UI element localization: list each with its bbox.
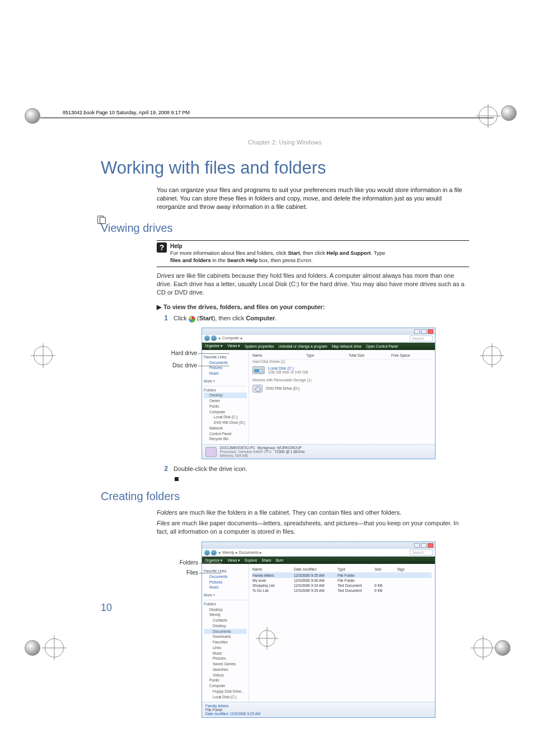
intro-paragraph: You can organize your files and programs… — [157, 186, 469, 212]
toolbar-controlpanel[interactable]: Open Control Panel — [366, 344, 398, 348]
list-item[interactable]: To Do List 12/3/2006 9:25 AM Text Docume… — [252, 588, 432, 593]
disc-drive-item[interactable]: DVD RW Drive (D:) — [252, 383, 432, 394]
step-number-1: 1 — [161, 314, 168, 323]
breadcrumb[interactable]: ▸ Wendy ▸ Documents ▸ — [219, 550, 262, 555]
help-icon: ? — [157, 242, 167, 253]
forward-button[interactable] — [211, 550, 217, 556]
tree-computer[interactable]: Computer — [204, 409, 247, 415]
back-button[interactable] — [204, 335, 210, 341]
window-titlebar — [202, 542, 435, 549]
nav-pane: Favorite Links Documents Pictures Music … — [202, 564, 249, 702]
toolbar-views[interactable]: Views ▾ — [227, 558, 240, 563]
content-pane: Name Type Total Size Free Space Hard Dis… — [249, 350, 435, 444]
nav-pane: Favorite Links Documents Pictures Music … — [202, 350, 249, 444]
address-bar-row: ▸ Wendy ▸ Documents ▸ Search — [202, 549, 435, 557]
toolbar: Organize ▾ Views ▾ System properties Uni… — [202, 343, 435, 350]
procedure-heading: ▶To view the drives, folders, and files … — [157, 304, 469, 311]
toolbar-explore[interactable]: Explore — [245, 558, 257, 562]
registration-ring-br — [495, 640, 510, 656]
hard-drive-item[interactable]: Local Disk (C:) 100 GB free of 149 GB — [252, 365, 432, 376]
registration-ring-tr — [501, 105, 517, 121]
computer-window-screenshot: Hard drive Disc drive ▸ Computer ▸ Se — [202, 328, 469, 459]
dvd-drive-icon — [252, 385, 263, 393]
status-bar: DOCUMENTATIO-PC Workgroup: WORKGROUP Pro… — [202, 444, 435, 459]
registration-ring-tl — [25, 108, 40, 124]
list-item[interactable]: My work 12/3/2006 9:40 AM File Folder — [252, 578, 432, 583]
callout-hard-drive: Hard drive — [166, 350, 197, 356]
tree-controlpanel[interactable]: Control Panel — [204, 431, 247, 437]
page-number: 10 — [101, 602, 112, 614]
list-item[interactable]: Family letters 12/3/2006 9:25 AM File Fo… — [252, 573, 432, 578]
windows-orb-icon — [189, 316, 195, 323]
toolbar-views[interactable]: Views ▾ — [227, 344, 240, 348]
status-bar: Family letters File Folder Date modified… — [202, 702, 435, 717]
help-callout: ? Help For more information about files … — [157, 240, 469, 267]
toolbar-organize[interactable]: Organize ▾ — [205, 344, 223, 348]
window-titlebar — [202, 328, 435, 335]
help-text: Help For more information about files an… — [170, 242, 385, 264]
hard-drive-icon — [252, 366, 265, 374]
tree-dvd[interactable]: DVD RW Drive (D:) — [204, 420, 247, 426]
content-pane: Name Date modified Type Size Tags Family… — [249, 564, 435, 702]
step-number-2: 2 — [161, 465, 168, 473]
crosshair-br — [474, 638, 493, 657]
crosshair-mr — [483, 346, 502, 365]
toolbar-share[interactable]: Share — [261, 558, 271, 562]
tree-network[interactable]: Network — [204, 426, 247, 431]
toolbar-organize[interactable]: Organize ▾ — [205, 558, 223, 563]
breadcrumb[interactable]: ▸ Computer ▸ — [219, 336, 243, 340]
close-button[interactable] — [428, 329, 433, 334]
back-button[interactable] — [204, 550, 210, 556]
step-1: 1 Click (Start), then click Computer. — [161, 314, 469, 323]
header-rule — [40, 118, 494, 118]
crosshair-tr — [479, 106, 498, 125]
tree-localdisk[interactable]: Local Disk (C:) — [204, 414, 247, 420]
section-creating-folders: Creating folders — [101, 490, 469, 503]
folders-paragraph: Folders are much like the folders in a f… — [157, 508, 469, 517]
maximize-button[interactable] — [421, 329, 427, 334]
drives-paragraph: Drives are like file cabinets because th… — [157, 272, 469, 297]
computer-icon — [205, 447, 217, 457]
files-paragraph: Files are much like paper documents—lett… — [157, 519, 469, 536]
crosshair-bl — [45, 638, 64, 657]
callout-files: Files — [179, 570, 198, 576]
section-viewing-drives: Viewing drives — [101, 222, 469, 235]
page-title: Working with files and folders — [101, 158, 469, 178]
minimize-button[interactable] — [414, 543, 420, 548]
favlink-music[interactable]: Music — [204, 371, 247, 376]
minimize-button[interactable] — [414, 329, 420, 334]
favlink-documents[interactable]: Documents — [204, 360, 247, 366]
chapter-label: Chapter 2: Using Windows — [101, 139, 469, 146]
tree-owner[interactable]: Owner — [204, 398, 247, 404]
triangle-icon: ▶ — [157, 304, 161, 310]
maximize-button[interactable] — [421, 543, 427, 548]
crosshair-bottom — [259, 630, 275, 647]
toolbar-uninstall[interactable]: Uninstall or change a program — [279, 344, 327, 348]
crosshair-ml — [34, 346, 53, 365]
callout-folders: Folders — [179, 559, 198, 566]
toolbar: Organize ▾ Views ▾ Explore Share Burn — [202, 557, 435, 564]
forward-button[interactable] — [211, 335, 217, 341]
callout-disc-drive: Disc drive — [166, 362, 197, 368]
toolbar-mapdrive[interactable]: Map network drive — [332, 344, 362, 348]
tree-public[interactable]: Public — [204, 404, 247, 409]
tree-recyclebin[interactable]: Recycle Bin — [204, 436, 247, 442]
toolbar-sysprops[interactable]: System properties — [245, 344, 274, 348]
address-bar-row: ▸ Computer ▸ Search — [202, 335, 435, 343]
tree-desktop[interactable]: Desktop — [204, 393, 247, 398]
header-file-stamp: 8513042.book Page 10 Saturday, April 19,… — [63, 110, 190, 115]
toolbar-burn[interactable]: Burn — [276, 558, 284, 562]
documents-window-screenshot: Folders Files ▸ Wendy ▸ Documents ▸ S — [202, 542, 469, 718]
search-input[interactable]: Search — [410, 335, 433, 342]
close-button[interactable] — [428, 543, 433, 548]
end-of-procedure-icon — [175, 477, 179, 481]
list-item[interactable]: Shopping List 12/3/2006 9:24 AM Text Doc… — [252, 583, 432, 588]
registration-ring-bl — [25, 640, 40, 656]
step-2: 2 Double-click the drive icon. — [161, 465, 469, 473]
search-input[interactable]: Search — [410, 549, 433, 556]
